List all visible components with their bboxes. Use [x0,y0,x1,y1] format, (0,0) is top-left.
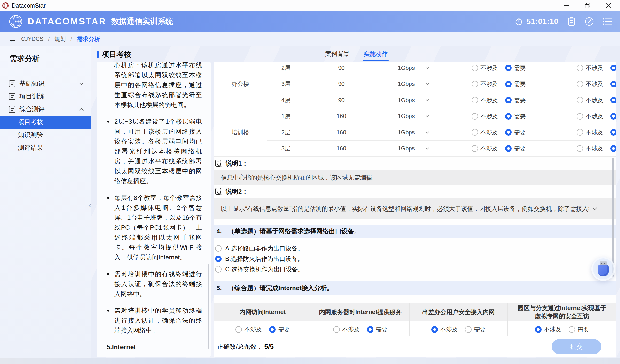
bandwidth-select[interactable]: 1Gbps [378,145,449,152]
minimize-button[interactable] [561,1,572,10]
back-arrow-icon[interactable]: ← [8,35,16,43]
q5-col2-header: 内网服务器对Internet提供服务 [311,303,410,321]
app-logo-icon [2,2,9,9]
question-panel-scrollbar[interactable] [612,158,614,277]
bandwidth-select[interactable]: 1Gbps [378,113,449,120]
report-icon[interactable] [567,17,576,26]
question-scroll-area: 办公楼 2层 90 1Gbps 不涉及需要 不涉及需要 3层 90 1Gbps … [214,62,616,336]
close-button[interactable] [603,1,614,10]
case-bullet: 2层~3层各建设了1个楼层弱电间，可用于该楼层的网络接入设备安装。各楼层弱电间均… [107,117,202,186]
radio-option-na[interactable]: 不涉及 [577,129,603,136]
breadcrumb-item-project[interactable]: CJYDCS [21,36,43,42]
radio-option-na[interactable]: 不涉及 [472,144,498,152]
question4-banner: 4. （单选题）请基于网络需求选择网络出口设备。 [214,225,616,238]
sidebar-subitem-project-exam[interactable]: 项目考核 [0,116,91,129]
floor-cell: 2层 [267,62,305,76]
radio-option-na[interactable]: 不涉及 [472,112,498,120]
restore-button[interactable] [582,1,593,10]
sidebar-subitem-knowledge-test[interactable]: 知识测验 [0,129,91,141]
radio-option-na[interactable]: 不涉及 [472,96,498,104]
menu-list-icon[interactable] [603,17,612,26]
sidebar-collapse-handle[interactable]: ‹ [87,199,93,211]
radio-option-na[interactable]: 不涉及 [472,64,498,72]
points-cell: 160 [305,124,378,141]
radio-option-na[interactable]: 不涉及 [472,129,498,136]
radio-option-need[interactable]: 需要 [610,80,616,88]
expand-chevron-icon[interactable] [592,207,597,210]
breadcrumb-separator: / [70,36,72,42]
q4-option-c[interactable]: C.选择交换机作为出口设备。 [214,264,616,274]
radio-option-need[interactable]: 需要 [505,64,526,72]
radio-option-need[interactable]: 需要 [505,129,526,136]
score-value: 5/5 [264,343,274,350]
radio-option-na[interactable]: 不涉及 [577,96,603,104]
system-name: 数据通信实训系统 [111,16,173,27]
points-cell: 90 [305,62,378,76]
radio-option-need[interactable]: 需要 [269,326,290,333]
radio-option-na[interactable]: 不涉及 [535,326,561,333]
radio-option-need[interactable]: 需要 [465,326,486,333]
radio-option-na[interactable]: 不涉及 [333,326,360,333]
chevron-up-icon [79,108,84,111]
radio-option-need[interactable]: 需要 [505,80,526,88]
radio-option-na[interactable]: 不涉及 [577,144,603,152]
radio-option-need[interactable]: 需要 [367,326,388,333]
radio-unselected[interactable] [215,266,222,273]
radio-option-need[interactable]: 需要 [610,129,616,136]
radio-option-na[interactable]: 不涉及 [235,326,262,333]
q4-option-a[interactable]: A.选择路由器作为出口设备。 [214,243,616,254]
radio-unselected[interactable] [215,245,222,252]
case-panel-scrollbar[interactable] [208,264,209,349]
radio-option-need[interactable]: 需要 [569,326,589,333]
radio-option-na[interactable]: 不涉及 [577,80,603,88]
radio-option-need[interactable]: 需要 [610,112,616,120]
note1-label: 说明1： [226,159,248,168]
bandwidth-select[interactable]: 1Gbps [378,129,449,136]
table-row: 办公楼 2层 90 1Gbps 不涉及需要 不涉及需要 [214,62,617,76]
sidebar-title: 需求分析 [0,46,91,64]
radio-option-need[interactable]: 需要 [610,64,616,72]
note-doc-search-icon [215,159,222,167]
sidebar-divider [6,70,85,70]
titlebar-app-name: DatacomStar [12,2,46,9]
radio-option-na[interactable]: 不涉及 [577,112,603,120]
note1-text: 信息中心指的是核心交换机所在的区域，该区域无需编辑。 [221,173,378,182]
radio-option-need[interactable]: 需要 [610,144,616,152]
radio-option-need[interactable]: 需要 [610,96,616,104]
bandwidth-select[interactable]: 1Gbps [378,65,449,71]
title-accent-bar [97,51,99,58]
table-header-row: 内网访问Internet 内网服务器对Internet提供服务 出差办公用户安全… [214,303,617,321]
radio-option-na[interactable]: 不涉及 [577,64,603,72]
radio-option-na[interactable]: 不涉及 [472,80,498,88]
sidebar-item-assessment[interactable]: 综合测评 [0,103,91,116]
radio-option-need[interactable]: 需要 [505,144,526,152]
bandwidth-select[interactable]: 1Gbps [378,81,449,87]
radio-selected[interactable] [215,256,222,262]
tab-implementation[interactable]: 实施动作 [364,50,388,61]
sidebar-item-basics[interactable]: 基础知识 [0,77,91,90]
radio-option-na[interactable]: 不涉及 [431,326,458,333]
support-tools-icon[interactable] [585,17,594,26]
question4-options: A.选择路由器作为出口设备。 B.选择防火墙作为出口设备。 C.选择交换机作为出… [214,243,616,274]
note2-text: 以上显示“有线信息点数量”指的是估测的最小值，实际在设备选型和网络规划时，必须大… [221,204,589,213]
chevron-down-icon [426,83,429,85]
sidebar-subitem-results[interactable]: 测评结果 [0,141,91,154]
sidebar-item-label: 综合测评 [19,105,79,114]
bandwidth-select[interactable]: 1Gbps [378,97,449,104]
chevron-down-icon [426,67,429,69]
breadcrumb-current: 需求分析 [77,35,100,43]
submit-button[interactable]: 提交 [552,339,601,354]
breadcrumb-item-planning[interactable]: 规划 [54,35,66,43]
points-cell: 160 [305,140,378,157]
sidebar-item-training[interactable]: 项目训练 [0,90,91,103]
main-header: 项目考核 案例背景 实施动作 [91,46,620,62]
brand-globe-icon [8,14,23,29]
radio-option-need[interactable]: 需要 [505,112,526,120]
radio-option-need[interactable]: 需要 [505,96,526,104]
note-doc-search-icon [215,188,222,195]
tab-case-background[interactable]: 案例背景 [325,50,349,61]
q4-option-b[interactable]: B.选择防火墙作为出口设备。 [214,254,616,264]
sidebar: 需求分析 基础知识 项目训练 综合测评 [0,46,91,358]
usb-device-bubble[interactable] [591,257,615,281]
floor-requirements-table: 办公楼 2层 90 1Gbps 不涉及需要 不涉及需要 3层 90 1Gbps … [214,62,616,157]
